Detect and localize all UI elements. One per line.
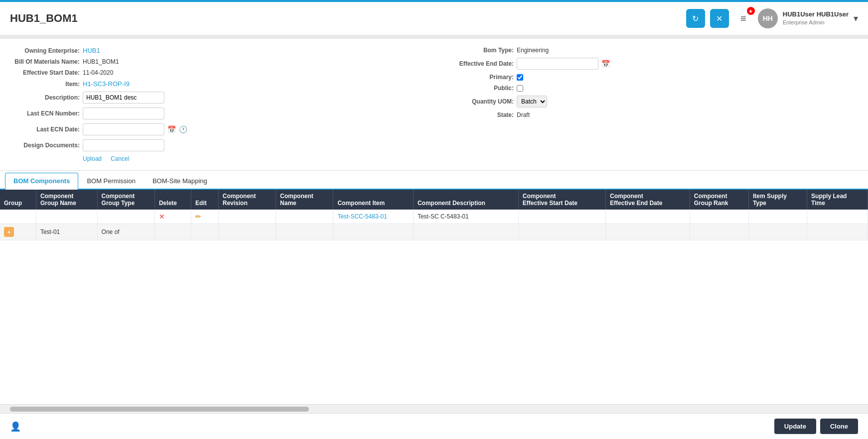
- cell-group: [0, 210, 36, 224]
- effective-end-date-label: Effective End Date:: [444, 60, 514, 67]
- design-documents-input[interactable]: [83, 139, 164, 151]
- col-component-group-name: ComponentGroup Name: [36, 190, 97, 210]
- form-row-last-ecn-number: Last ECN Number:: [10, 108, 424, 119]
- form-row-description: Description:: [10, 92, 424, 104]
- avatar: HH: [758, 8, 778, 28]
- col-delete: Delete: [154, 190, 191, 210]
- cell-delete-2: [154, 224, 191, 240]
- clone-button[interactable]: Clone: [820, 419, 858, 434]
- form-row-public: Public:: [444, 85, 858, 92]
- person-icon[interactable]: 👤: [10, 421, 21, 432]
- effective-start-date-label: Effective Start Date:: [10, 69, 80, 76]
- upload-links: Upload Cancel: [83, 155, 133, 162]
- table-container: Group ComponentGroup Name ComponentGroup…: [0, 190, 868, 404]
- cell-component-item: Test-SCC-5483-01: [333, 210, 413, 224]
- cell-delete: ✕: [154, 210, 191, 224]
- cell-component-group-rank: [690, 210, 748, 224]
- cell-component-name-2: [276, 224, 333, 240]
- user-info: HUB1User HUB1User Enterprise Admin: [783, 10, 849, 27]
- table-row: + Test-01 One of: [0, 224, 868, 240]
- effective-end-date-calendar-icon[interactable]: 📅: [601, 60, 610, 68]
- item-value[interactable]: H1-SC3-ROP-I9: [83, 80, 130, 88]
- effective-start-date-value: 11-04-2020: [83, 69, 113, 76]
- edit-icon[interactable]: ✏: [195, 213, 201, 220]
- cell-component-description-2: [413, 224, 518, 240]
- public-label: Public:: [444, 85, 514, 92]
- design-documents-label: Design Documents:: [10, 142, 80, 149]
- cell-edit-2: [191, 224, 219, 240]
- col-component-revision: ComponentRevision: [218, 190, 276, 210]
- delete-icon[interactable]: ✕: [159, 213, 165, 220]
- form-row-design-documents: Design Documents:: [10, 139, 424, 151]
- bom-name-value: HUB1_BOM1: [83, 58, 119, 65]
- form-row-state: State: Draft: [444, 111, 858, 118]
- close-button[interactable]: ✕: [710, 9, 729, 28]
- cell-component-group-type-2: One of: [97, 224, 154, 240]
- user-name: HUB1User HUB1User: [783, 10, 849, 19]
- user-role: Enterprise Admin: [783, 19, 849, 26]
- sub-header: [0, 35, 868, 39]
- update-button[interactable]: Update: [774, 419, 816, 434]
- last-ecn-date-clock-icon[interactable]: 🕐: [179, 125, 187, 133]
- bom-type-label: Bom Type:: [444, 47, 514, 54]
- form-row-effective-end-date: Effective End Date: 📅: [444, 58, 858, 70]
- col-component-effective-end-date: ComponentEffective End Date: [606, 190, 690, 210]
- form-row-upload: Upload Cancel: [10, 155, 424, 162]
- form-row-quantity-uom: Quantity UOM: Batch: [444, 96, 858, 108]
- close-icon: ✕: [716, 14, 723, 23]
- last-ecn-number-label: Last ECN Number:: [10, 110, 80, 117]
- tab-bom-components[interactable]: BOM Components: [5, 173, 78, 190]
- refresh-button[interactable]: ↻: [686, 9, 705, 28]
- cell-component-eff-end-2: [606, 224, 690, 240]
- notification-badge: ★: [747, 7, 755, 15]
- cell-item-supply-type: [748, 210, 807, 224]
- col-component-effective-start-date: ComponentEffective Start Date: [518, 190, 605, 210]
- owning-enterprise-label: Owning Enterprise:: [10, 47, 80, 54]
- form-left-column: Owning Enterprise: HUB1 Bill Of Material…: [10, 47, 424, 166]
- menu-icon: ≡: [740, 13, 746, 24]
- upload-link[interactable]: Upload: [83, 155, 102, 162]
- refresh-icon: ↻: [692, 14, 699, 23]
- expand-group-icon[interactable]: +: [4, 227, 14, 237]
- form-row-owning-enterprise: Owning Enterprise: HUB1: [10, 47, 424, 54]
- description-input[interactable]: [83, 92, 164, 104]
- tab-bom-site-mapping[interactable]: BOM-Site Mapping: [144, 173, 216, 189]
- cell-edit: ✏: [191, 210, 219, 224]
- cell-component-description: Test-SC C-5483-01: [413, 210, 518, 224]
- quantity-uom-select[interactable]: Batch: [517, 96, 547, 108]
- cell-component-name: [276, 210, 333, 224]
- table-header-row: Group ComponentGroup Name ComponentGroup…: [0, 190, 868, 210]
- cell-component-item-2: [333, 224, 413, 240]
- tabs-bar: BOM Components BOM Permission BOM-Site M…: [0, 173, 868, 190]
- primary-checkbox[interactable]: [517, 74, 523, 81]
- form-right-column: Bom Type: Engineering Effective End Date…: [444, 47, 858, 166]
- effective-end-date-input[interactable]: [517, 58, 598, 70]
- cell-component-group-rank-2: [690, 224, 748, 240]
- menu-button[interactable]: ≡ ★: [734, 9, 753, 28]
- col-item-supply-type: Item SupplyType: [748, 190, 807, 210]
- user-dropdown-button[interactable]: ▾: [854, 13, 858, 24]
- cell-item-supply-type-2: [748, 224, 807, 240]
- horizontal-scrollbar[interactable]: [0, 404, 868, 413]
- item-label: Item:: [10, 81, 80, 88]
- tab-bom-permission[interactable]: BOM Permission: [78, 173, 144, 189]
- last-ecn-number-input[interactable]: [83, 108, 164, 119]
- component-item-link[interactable]: Test-SCC-5483-01: [337, 213, 387, 220]
- col-component-item: Component Item: [333, 190, 413, 210]
- bom-components-table: Group ComponentGroup Name ComponentGroup…: [0, 190, 868, 240]
- main-content: Owning Enterprise: HUB1 Bill Of Material…: [0, 39, 868, 413]
- col-supply-lead-time: Supply LeadTime: [807, 190, 868, 210]
- description-label: Description:: [10, 94, 80, 101]
- cell-supply-lead-time: [807, 210, 868, 224]
- top-header: HUB1_BOM1 ↻ ✕ ≡ ★ HH HUB1User HUB1User E…: [0, 0, 868, 35]
- form-row-primary: Primary:: [444, 74, 858, 81]
- cancel-link[interactable]: Cancel: [111, 155, 129, 162]
- last-ecn-date-input[interactable]: [83, 123, 164, 135]
- form-row-bom-type: Bom Type: Engineering: [444, 47, 858, 54]
- owning-enterprise-value[interactable]: HUB1: [83, 47, 100, 54]
- col-component-group-rank: ComponentGroup Rank: [690, 190, 748, 210]
- public-checkbox[interactable]: [517, 85, 523, 92]
- last-ecn-date-calendar-icon[interactable]: 📅: [167, 125, 176, 133]
- col-edit: Edit: [191, 190, 219, 210]
- cell-component-eff-end: [606, 210, 690, 224]
